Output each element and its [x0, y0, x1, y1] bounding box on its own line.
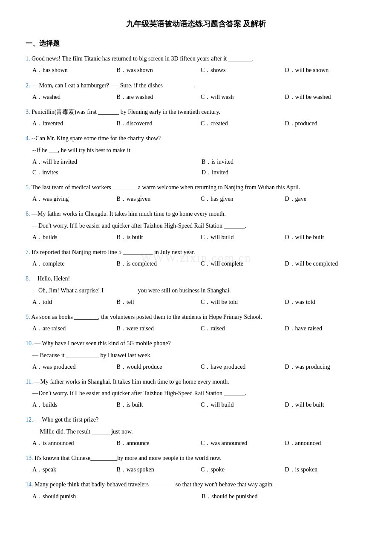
question-text: 6. —My father works in Chengdu. It takes… — [26, 208, 366, 219]
question-block: 5. The last team of medical workers ____… — [26, 182, 366, 204]
options-grid: A．speakB．was spokenC．spokeD．is spoken — [26, 464, 366, 475]
option: A．washed — [32, 92, 114, 102]
question-text: 4. --Can Mr. King spare some time for th… — [26, 133, 366, 144]
options-grid: A．was givingB．was givenC．has givenD．gave — [26, 194, 366, 204]
question-text2: --If he ___, he will try his best to mak… — [26, 145, 366, 156]
question-text: 13. It's known that Chinese_________by m… — [26, 453, 366, 463]
option: B．is built — [117, 232, 199, 243]
question-text2: — Because it ___________ by Huawei last … — [26, 350, 366, 361]
option: B．were raised — [117, 323, 199, 334]
option: B．would produce — [117, 361, 199, 372]
question-text: 1. Good news! The film Titanic has retur… — [26, 53, 366, 64]
question-block: 1. Good news! The film Titanic has retur… — [26, 53, 366, 75]
options-grid: A．is announcedB．announceC．was announcedD… — [26, 438, 366, 448]
option: A．has shown — [32, 65, 114, 75]
question-num: 6. — [26, 211, 30, 217]
question-block: 2. — Mom, can I eat a hamburger? —- Sure… — [26, 80, 366, 102]
question-num: 12. — [26, 416, 33, 423]
question-num: 9. — [26, 314, 30, 320]
question-num: 1. — [26, 55, 30, 62]
option: C．spoke — [201, 464, 282, 475]
question-text: 14. Many people think that badly-behaved… — [26, 479, 366, 490]
question-block: 9. As soon as books ________, the volunt… — [26, 312, 366, 334]
option: D．will be shown — [285, 65, 367, 75]
question-num: 8. — [26, 275, 30, 282]
page-title: 九年级英语被动语态练习题含答案 及解析 — [26, 17, 366, 31]
option: D．was producing — [285, 361, 367, 372]
option: D．will be built — [285, 232, 367, 243]
option: A．told — [32, 297, 114, 307]
question-text: 11. —My father works in Shanghai. It tak… — [26, 376, 366, 387]
question-text: 9. As soon as books ________, the volunt… — [26, 312, 366, 322]
options-grid: A．are raisedB．were raisedC．raisedD．have … — [26, 323, 366, 334]
question-block: 6. —My father works in Chengdu. It takes… — [26, 208, 366, 243]
question-block: 3. Penicillin(青霉素)was first _______ by F… — [26, 107, 366, 129]
question-num: 5. — [26, 184, 30, 191]
question-text: 5. The last team of medical workers ____… — [26, 182, 366, 193]
option: A．builds — [32, 232, 114, 243]
option: C．created — [201, 118, 282, 129]
option: A．speak — [32, 464, 114, 475]
option: A．are raised — [32, 323, 114, 334]
option: C．shows — [201, 65, 282, 75]
options-grid: A．was producedB．would produceC．have prod… — [26, 361, 366, 372]
option: A．was giving — [32, 194, 114, 204]
options-grid: A．buildsB．is builtC．will buildD．will be … — [26, 399, 366, 410]
question-text2: —Oh, Jim! What a surprise! I ___________… — [26, 285, 366, 296]
option: D．will be washed — [285, 92, 367, 102]
question-block: 7. It's reported that Nanjing metro line… — [26, 247, 366, 269]
options-grid: A．washedB．are washedC．will washD．will be… — [26, 92, 366, 102]
question-block: 12. — Who got the first prize?— Millie d… — [26, 414, 366, 448]
question-num: 7. — [26, 249, 30, 255]
question-block: 8. —Hello, Helen!—Oh, Jim! What a surpri… — [26, 273, 366, 307]
question-num: 10. — [26, 340, 33, 347]
option: D．is spoken — [285, 464, 367, 475]
question-text2: —Don't worry. It'll be easier and quicke… — [26, 220, 366, 231]
option: A．is announced — [32, 438, 114, 448]
options-grid: A．toldB．tellC．will be toldD．was told — [26, 297, 366, 307]
option: A．invented — [32, 118, 114, 129]
option: C．will build — [201, 232, 282, 243]
option: C．invites — [32, 167, 197, 178]
options-grid: A．should punishB．should be punished — [26, 491, 366, 502]
option: B．announce — [117, 438, 199, 448]
option: B．should be punished — [202, 491, 366, 502]
option: A．will be invited — [32, 156, 197, 167]
question-block: 11. —My father works in Shanghai. It tak… — [26, 376, 366, 410]
question-text: 8. —Hello, Helen! — [26, 273, 366, 284]
option: B．was spoken — [117, 464, 199, 475]
question-text: 12. — Who got the first prize? — [26, 414, 366, 425]
option: C．have produced — [201, 361, 282, 372]
question-block: 14. Many people think that badly-behaved… — [26, 479, 366, 501]
option: D．produced — [285, 118, 367, 129]
question-text: 3. Penicillin(青霉素)was first _______ by F… — [26, 107, 366, 117]
option: C．will build — [201, 399, 282, 410]
question-text: 7. It's reported that Nanjing metro line… — [26, 247, 366, 257]
option: B．is built — [117, 399, 199, 410]
option: D．will be completed — [285, 258, 367, 269]
option: C．will wash — [201, 92, 282, 102]
option: C．will complete — [201, 258, 282, 269]
question-block: 13. It's known that Chinese_________by m… — [26, 453, 366, 475]
question-num: 11. — [26, 379, 33, 385]
option: B．discovered — [117, 118, 199, 129]
question-block: 4. --Can Mr. King spare some time for th… — [26, 133, 366, 178]
option: C．will be told — [201, 297, 282, 307]
option: B．was given — [117, 194, 199, 204]
question-text: 10. — Why have I never seen this kind of… — [26, 338, 366, 349]
option: B．tell — [117, 297, 199, 307]
option: D．was told — [285, 297, 367, 307]
question-text: 2. — Mom, can I eat a hamburger? —- Sure… — [26, 80, 366, 91]
question-block: 10. — Why have I never seen this kind of… — [26, 338, 366, 372]
option: D．have raised — [285, 323, 367, 334]
option: D．invited — [202, 167, 366, 178]
option: D．gave — [285, 194, 367, 204]
options-grid: A．has shownB．was shownC．showsD．will be s… — [26, 65, 366, 75]
question-text2: —Don't worry. It'll be easier and quicke… — [26, 388, 366, 399]
option: A．should punish — [32, 491, 197, 502]
option: C．has given — [201, 194, 282, 204]
option: A．builds — [32, 399, 114, 410]
question-num: 2. — [26, 82, 30, 89]
question-num: 3. — [26, 109, 30, 115]
question-num: 4. — [26, 135, 30, 142]
